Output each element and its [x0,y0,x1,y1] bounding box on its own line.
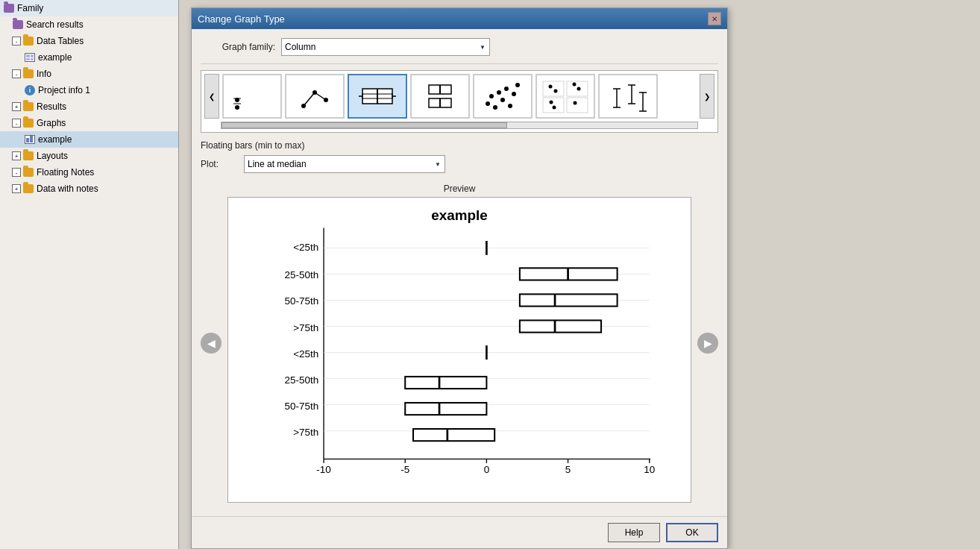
svg-rect-78 [520,295,618,307]
tree-item-data-with-notes[interactable]: + Data with notes [0,181,178,197]
svg-point-31 [549,85,553,89]
svg-text:50-75th: 50-75th [285,295,319,307]
tree-label: Search results [26,19,84,30]
dialog-footer: Help OK [192,516,727,548]
folder-purple-icon [12,19,24,31]
svg-text:25-50th: 25-50th [285,375,319,386]
folder-yellow-icon [22,166,34,178]
thumb-svg-1 [226,78,278,115]
plot-select-wrapper: Line at median Box None [244,155,445,173]
tree-item-layouts[interactable]: + Layouts [0,148,178,164]
graph-family-select-wrapper: Column Bar Line [281,38,490,56]
tree-item-graphs[interactable]: - Graphs [0,115,178,131]
thumb-svg-5 [477,78,529,115]
expand-icon[interactable]: + [12,102,21,111]
thumb-scrollbar-thumb[interactable] [222,122,507,128]
folder-yellow-icon [22,35,34,47]
plot-label: Plot: [201,159,238,169]
svg-text:>75th: >75th [293,323,318,334]
graph-thumb-6[interactable] [535,74,595,119]
folder-yellow-icon [22,183,34,195]
tree-label: Family [17,3,43,13]
tree-panel: Family Search results - Data Tables exam… [0,0,179,549]
change-graph-type-dialog: Change Graph Type ✕ Graph family: Column… [191,7,728,549]
expand-icon[interactable]: + [12,151,21,160]
tree-item-search-results[interactable]: Search results [0,16,178,33]
preview-prev-button[interactable]: ◀ [201,333,222,354]
graph-thumb-3-box[interactable] [348,74,407,119]
svg-point-18 [486,101,490,106]
preview-with-arrows: ◀ Preview example [201,179,718,507]
preview-section: Preview example [227,183,691,502]
graph-types-inner: ❮ [204,74,714,119]
svg-text:<25th: <25th [293,242,318,254]
folder-yellow-icon [22,68,34,80]
tree-label: example [38,52,72,63]
tree-item-family[interactable]: Family [0,0,178,16]
info-icon: i [24,84,36,96]
thumb-svg-3 [351,78,403,115]
expand-icon[interactable]: - [12,119,21,128]
graph-type-subtitle: Floating bars (min to max) [201,140,718,151]
separator [201,63,718,64]
graph-thumb-7[interactable] [598,74,658,119]
svg-point-26 [515,83,520,87]
thumb-scrollbar-track[interactable] [221,122,698,129]
preview-chart-svg: example -10 [228,198,691,499]
thumb-scroll [222,74,697,119]
expand-icon[interactable]: - [12,37,21,46]
preview-next-button[interactable]: ▶ [697,333,718,354]
svg-rect-30 [567,98,588,113]
tree-item-example-table[interactable]: example [0,49,178,66]
tree-label: Floating Notes [37,167,94,178]
graph-thumb-5[interactable] [473,74,533,119]
tree-label: Graphs [37,118,66,128]
folder-purple-icon [3,2,15,14]
folder-yellow-icon [22,117,34,129]
svg-point-37 [574,101,577,105]
tree-item-info[interactable]: - Info [0,66,178,82]
tree-label: example [38,134,72,145]
ok-button[interactable]: OK [666,523,718,542]
svg-point-34 [577,87,581,91]
svg-rect-87 [413,429,494,441]
svg-point-24 [508,104,512,108]
thumb-nav-prev[interactable]: ❮ [204,74,219,119]
tree-label: Project info 1 [38,85,90,95]
svg-text:>75th: >75th [293,427,318,439]
tree-label: Data with notes [37,183,98,194]
plot-row: Plot: Line at median Box None [201,155,718,173]
thumb-svg-6 [539,78,591,115]
graph-thumb-4[interactable] [410,74,470,119]
tree-label: Layouts [37,151,68,161]
tree-item-results[interactable]: + Results [0,98,178,115]
expand-icon[interactable]: - [12,168,21,177]
chart-title: example [431,207,487,223]
expand-icon[interactable]: - [12,69,21,78]
svg-text:10: 10 [644,465,655,476]
graph-thumb-2[interactable] [285,74,345,119]
folder-yellow-icon [22,150,34,162]
folder-yellow-icon [22,101,34,113]
tree-item-project-info[interactable]: i Project info 1 [0,82,178,98]
svg-rect-83 [405,377,486,389]
thumb-svg-2 [289,78,341,115]
tree-item-example-graph[interactable]: example [0,131,178,148]
preview-box: example -10 [227,197,691,502]
plot-select[interactable]: Line at median Box None [244,155,445,173]
table-icon [24,51,36,63]
help-button[interactable]: Help [608,523,660,542]
main-area: Change Graph Type ✕ Graph family: Column… [183,0,980,549]
thumb-nav-next[interactable]: ❯ [700,74,714,119]
svg-point-35 [550,101,553,104]
graph-icon [24,134,36,145]
svg-point-23 [504,87,509,91]
graph-thumb-1[interactable] [222,74,282,119]
tree-item-floating-notes[interactable]: - Floating Notes [0,164,178,181]
thumb-scrollbar-row [204,122,714,129]
graph-family-select[interactable]: Column Bar Line [281,38,490,56]
svg-line-7 [304,92,315,106]
dialog-close-button[interactable]: ✕ [708,12,721,25]
expand-icon[interactable]: + [12,184,21,193]
tree-item-data-tables[interactable]: - Data Tables [0,33,178,49]
